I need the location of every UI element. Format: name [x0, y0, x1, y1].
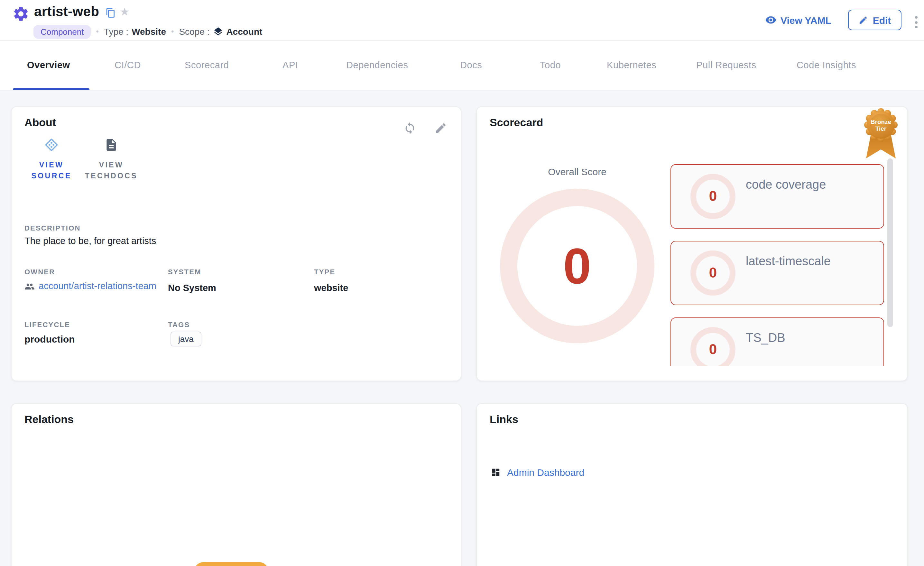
overall-score-value: 0: [563, 241, 591, 291]
entity-meta-row: Component • Type : Website • Scope : Acc…: [33, 24, 262, 39]
view-techdocs-label: VIEW TECHDOCS: [80, 160, 142, 182]
check-score-value: 0: [709, 341, 717, 358]
view-source-button[interactable]: VIEW SOURCE: [21, 138, 82, 182]
tab-docs[interactable]: Docs: [460, 60, 482, 70]
active-tab-indicator: [13, 88, 90, 90]
lifecycle-value: production: [24, 334, 75, 345]
view-techdocs-button[interactable]: VIEW TECHDOCS: [80, 138, 142, 182]
system-label: SYSTEM: [168, 268, 201, 275]
overall-score-label: Overall Score: [477, 166, 678, 177]
check-name: code coverage: [746, 178, 826, 192]
meta-separator: •: [171, 27, 174, 36]
copy-name-icon[interactable]: [105, 8, 116, 18]
tags-label: TAGS: [168, 321, 190, 328]
view-source-label: VIEW SOURCE: [21, 160, 82, 182]
view-yaml-label: View YAML: [780, 15, 831, 26]
type-value: website: [314, 283, 348, 293]
entity-tabs: Overview CI/CD Scorecard API Dependencie…: [0, 41, 924, 91]
component-gear-icon: [12, 5, 30, 23]
view-yaml-button[interactable]: View YAML: [765, 14, 831, 26]
type-label: TYPE: [314, 268, 335, 275]
scope-value: Account: [226, 26, 262, 37]
tier-badge-line2: Tier: [875, 125, 886, 132]
about-title: About: [24, 117, 56, 129]
link-item-admin-dashboard: Admin Dashboard: [491, 467, 584, 478]
tab-overview[interactable]: Overview: [27, 60, 70, 70]
more-options-menu-icon[interactable]: [914, 15, 919, 30]
relations-action-button[interactable]: [194, 562, 268, 566]
check-score-donut: 0: [690, 174, 735, 219]
type-value: Website: [132, 26, 166, 37]
check-score-value: 0: [709, 265, 717, 281]
edit-about-icon[interactable]: [434, 122, 447, 135]
owner-row: account/artist-relations-team: [24, 280, 160, 293]
scope-label: Scope :: [179, 26, 210, 37]
relations-card: Relations: [11, 403, 461, 566]
entity-type: Type : Website: [104, 26, 166, 37]
scorecard-checks-list: 0 code coverage 0 latest-timescale 0 TS_…: [670, 164, 884, 366]
tab-api[interactable]: API: [282, 60, 298, 70]
tab-dependencies[interactable]: Dependencies: [346, 60, 408, 70]
edit-button[interactable]: Edit: [848, 10, 902, 30]
links-title: Links: [490, 413, 518, 426]
overall-score-donut: 0: [500, 189, 654, 343]
check-row-code-coverage[interactable]: 0 code coverage: [670, 164, 884, 229]
about-card: About VIEW SOURCE VIEW TECHDOCS DESCRIPT…: [11, 106, 461, 381]
description-label: DESCRIPTION: [24, 224, 81, 232]
links-card: Links Admin Dashboard: [476, 403, 908, 566]
group-icon: [24, 281, 35, 291]
type-label: Type :: [104, 26, 128, 37]
entity-header: artist-web ★ Component • Type : Website …: [0, 0, 924, 41]
system-value: No System: [168, 283, 216, 293]
scorecard-card: Scorecard: [476, 106, 908, 381]
tab-kubernetes[interactable]: Kubernetes: [607, 60, 656, 70]
techdocs-document-icon: [104, 138, 118, 152]
tab-scorecard[interactable]: Scorecard: [184, 60, 229, 70]
eye-icon: [765, 14, 777, 26]
lifecycle-label: LIFECYCLE: [24, 321, 70, 328]
source-diamond-icon: [44, 138, 58, 152]
refresh-icon[interactable]: [404, 122, 416, 135]
check-row-ts-db[interactable]: 0 TS_DB: [670, 318, 884, 366]
check-name: TS_DB: [746, 331, 785, 345]
tag-chip-java[interactable]: java: [171, 332, 201, 346]
edit-label: Edit: [873, 15, 891, 26]
check-score-value: 0: [709, 188, 717, 205]
owner-link[interactable]: account/artist-relations-team: [39, 280, 160, 293]
admin-dashboard-link[interactable]: Admin Dashboard: [507, 467, 584, 478]
tab-cicd[interactable]: CI/CD: [114, 60, 141, 70]
owner-label: OWNER: [24, 268, 55, 275]
page-title: artist-web: [34, 4, 99, 19]
bronze-tier-badge: Bronze Tier: [863, 108, 899, 165]
page: artist-web ★ Component • Type : Website …: [0, 0, 924, 566]
tab-code-insights[interactable]: Code Insights: [796, 60, 856, 70]
kind-badge: Component: [33, 25, 91, 38]
check-score-donut: 0: [690, 327, 735, 366]
scorecard-title: Scorecard: [490, 117, 543, 129]
pencil-icon: [859, 15, 868, 25]
relations-title: Relations: [24, 413, 74, 426]
favorite-star-icon[interactable]: ★: [120, 6, 130, 17]
tab-todo[interactable]: Todo: [540, 60, 561, 70]
meta-separator: •: [96, 27, 99, 36]
check-score-donut: 0: [690, 250, 735, 295]
check-name: latest-timescale: [746, 254, 831, 268]
checks-scrollbar[interactable]: [887, 158, 893, 327]
entity-scope: Scope : Account: [179, 26, 262, 37]
tab-pull-requests[interactable]: Pull Requests: [696, 60, 756, 70]
check-row-latest-timescale[interactable]: 0 latest-timescale: [670, 241, 884, 305]
layers-icon: [213, 26, 223, 37]
description-value: The place to be, for great artists: [24, 236, 156, 246]
dashboard-icon: [491, 468, 501, 477]
tier-badge-line1: Bronze: [871, 119, 891, 125]
